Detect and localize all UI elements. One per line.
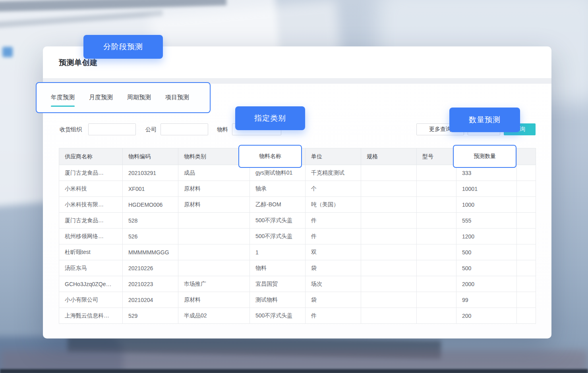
table-cell [517,260,536,276]
table-cell: 物料 [250,260,306,276]
page-title: 预测单创建 [59,58,98,68]
table-cell [361,213,417,229]
receiving-org-label: 收货组织 [60,123,82,135]
badge-phased-forecast: 分阶段预测 [83,35,163,59]
table-cell [178,213,250,229]
table-cell: 厦门古龙食品… [59,213,123,229]
table-cell [178,229,250,244]
table-cell [178,244,250,260]
table-cell: 500不浮式头盖 [250,229,306,244]
table-cell [361,165,417,181]
table-cell: 上海甄云信息科… [59,308,123,324]
table-cell: XF001 [123,181,178,197]
table-cell [361,292,417,308]
table-header-cell: 物料编码 [123,148,178,165]
tab-period-forecast[interactable]: 周期预测 [127,94,151,102]
table-cell: 原材料 [178,197,250,213]
table-cell [417,276,456,292]
forecast-quantity-column-highlight: 预测数量 [453,145,516,168]
material-name-column-highlight: 物料名称 [238,145,302,168]
table-cell: 200 [456,308,517,324]
screen: 预测单创建 收货组织 公司 物料 更多查询 查询 供应商名称物料编码物料类别物料… [0,0,588,373]
table-row[interactable]: 小米科技有限…HGDEMO006原材料乙醇-BOM吨（美国）1000 [59,197,536,213]
table-cell: 原材料 [178,181,250,197]
table-row[interactable]: GCHo3Jzq0ZQe…20210223市场推广宜昌国贸场次2000 [59,276,536,292]
tabs-highlight-box: 年度预测 月度预测 周期预测 项目预测 [36,82,211,113]
badge-quantity-forecast: 数量预测 [449,108,520,132]
table-row[interactable]: 小小有限公司20210204原材料测试物料袋99 [59,292,536,308]
table-cell: 小米科技 [59,181,123,197]
table-row[interactable]: 杭州移领网络…526500不浮式头盖件1200 [59,229,536,244]
table-cell: 528 [123,213,178,229]
table-cell [417,308,456,324]
table-cell: 件 [306,213,361,229]
background-app-icon [2,47,13,57]
table-cell: 吨（美国） [306,197,361,213]
table-cell [517,308,536,324]
receiving-org-input[interactable] [88,123,136,135]
table-cell: 件 [306,308,361,324]
material-name-header: 物料名称 [259,153,281,160]
background-screen-edge [0,369,588,373]
table-cell [517,213,536,229]
table-cell: 市场推广 [178,276,250,292]
table-cell [517,165,536,181]
table-cell: 杭州移领网络… [59,229,123,244]
table-body: 厦门古龙食品…202103291成品gys测试物料01千克精度测试333小米科技… [59,165,536,324]
table-cell [361,308,417,324]
tab-monthly-forecast[interactable]: 月度预测 [89,94,113,102]
table-row[interactable]: 杜昕颐testMMMMMMGGG1双500 [59,244,536,260]
table-header-cell: 规格 [361,148,417,165]
table-cell: 1000 [456,197,517,213]
table-cell [417,260,456,276]
table-cell: 半成品02 [178,308,250,324]
table-cell: 原材料 [178,292,250,308]
table-cell [361,276,417,292]
table-cell [417,181,456,197]
table-row[interactable]: 上海甄云信息科…529半成品02500不浮式头盖件200 [59,308,536,324]
table-cell: 件 [306,229,361,244]
table-header-cell: 供应商名称 [59,148,123,165]
table-cell [517,292,536,308]
table-cell: 202103291 [123,165,178,181]
table-row[interactable]: 厦门古龙食品…528500不浮式头盖件555 [59,213,536,229]
table-cell [417,292,456,308]
table-cell: 555 [456,213,517,229]
table-header-cell: 型号 [417,148,456,165]
table-cell [361,244,417,260]
table-row[interactable]: 汤臣东马20210226物料袋500 [59,260,536,276]
table-cell [517,197,536,213]
table-cell: HGDEMO006 [123,197,178,213]
tab-project-forecast[interactable]: 项目预测 [165,94,189,102]
table-cell [517,244,536,260]
table-cell [417,197,456,213]
table-cell: 1200 [456,229,517,244]
table-cell: 500不浮式头盖 [250,308,306,324]
table-cell: 乙醇-BOM [250,197,306,213]
table-cell: 20210223 [123,276,178,292]
table-cell [517,181,536,197]
table-cell: 99 [456,292,517,308]
table-row[interactable]: 小米科技XF001原材料轴承个10001 [59,181,536,197]
table-cell [361,260,417,276]
table-cell [361,197,417,213]
table-cell: 杜昕颐test [59,244,123,260]
badge-specify-category: 指定类别 [235,106,305,130]
table-cell [361,181,417,197]
table-cell: 轴承 [250,181,306,197]
table-cell: 529 [123,308,178,324]
table-cell [361,229,417,244]
table-cell: 场次 [306,276,361,292]
table-cell: 个 [306,181,361,197]
table-cell: 2000 [456,276,517,292]
table-cell: 测试物料 [250,292,306,308]
company-input[interactable] [161,123,208,135]
material-label: 物料 [217,123,228,135]
table-cell: 500 [456,244,517,260]
forecast-table: 供应商名称物料编码物料类别物料名称单位规格型号预测数量 厦门古龙食品…20210… [59,148,536,324]
tab-annual-forecast[interactable]: 年度预测 [51,94,75,102]
table-cell: 双 [306,244,361,260]
table-cell: GCHo3Jzq0ZQe… [59,276,123,292]
table-cell: 526 [123,229,178,244]
table-cell: 20210204 [123,292,178,308]
